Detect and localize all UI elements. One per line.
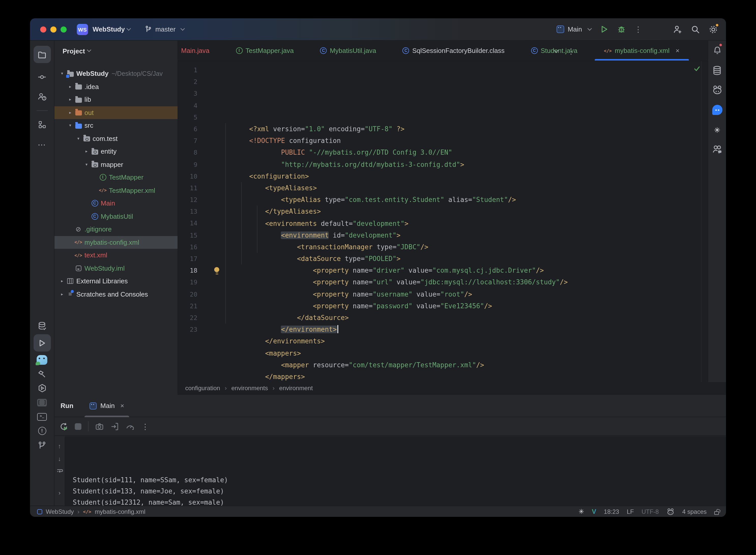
debug-icon[interactable]	[617, 25, 626, 34]
tab-options-kebab-icon[interactable]: ⋮	[567, 47, 575, 55]
run-tab-main[interactable]: Main ×	[85, 394, 129, 417]
code-line[interactable]: 7 <typeAlias type="com.test.entity.Stude…	[178, 135, 708, 146]
tree-chevron-icon[interactable]: ▸	[83, 149, 90, 154]
status-file[interactable]: mybatis-config.xml	[95, 508, 145, 515]
editor-tab[interactable]: SqlSessionFactoryBuilder.class	[392, 41, 521, 60]
line-number[interactable]: 10	[178, 170, 197, 182]
code-line[interactable]: 19 </environments>	[178, 276, 708, 288]
tree-row[interactable]: Main	[54, 197, 177, 210]
terminal-icon[interactable]: >_	[37, 411, 47, 423]
code-line[interactable]: 3 PUBLIC "-//mybatis.org//DTD Config 3.0…	[178, 88, 708, 99]
line-number[interactable]: 18	[178, 264, 197, 276]
search-icon[interactable]	[691, 25, 700, 34]
expand-icon[interactable]: ›	[58, 489, 60, 497]
inspections-ok-check-icon[interactable]	[694, 65, 701, 72]
tree-row[interactable]: ▾ com.test	[54, 132, 177, 145]
settings-gear-icon[interactable]	[709, 25, 718, 34]
tree-row[interactable]: ▸ out	[54, 106, 177, 119]
add-user-icon[interactable]	[673, 25, 682, 34]
version-control-icon[interactable]	[38, 439, 46, 451]
line-number[interactable]: 9	[178, 159, 197, 170]
collaboration-icon[interactable]	[712, 143, 722, 156]
gopher-plugin-icon[interactable]	[37, 353, 47, 366]
tree-row[interactable]: TestMapper.xml	[54, 184, 177, 197]
tree-chevron-icon[interactable]: ▸	[58, 279, 66, 284]
project-panel-header[interactable]: Project	[54, 41, 177, 61]
status-breadcrumb[interactable]: WebStudy › </> mybatis-config.xml	[37, 508, 145, 515]
line-ending[interactable]: LF	[627, 508, 634, 515]
openai-icon[interactable]: ✳	[579, 508, 584, 515]
tree-row[interactable]: ▸ .idea	[54, 80, 177, 93]
line-number[interactable]: 11	[178, 182, 197, 194]
tree-chevron-icon[interactable]: ▾	[83, 162, 90, 167]
more-icon[interactable]: ⋯	[38, 138, 46, 151]
line-number[interactable]: 1	[178, 64, 197, 76]
line-number[interactable]: 6	[178, 123, 197, 135]
profiler-icon[interactable]	[126, 422, 135, 431]
line-number[interactable]: 3	[178, 88, 197, 99]
line-number[interactable]: 2	[178, 76, 197, 87]
tree-chevron-icon[interactable]: ▸	[58, 292, 66, 297]
code-line[interactable]: 9 <environments default="development">	[178, 159, 708, 170]
tree-row[interactable]: MybatisUtil	[54, 210, 177, 223]
tree-chevron-icon[interactable]: ▾	[67, 123, 74, 128]
code-editor[interactable]: 1 <?xml version="1.0" encoding="UTF-8" ?…	[178, 61, 708, 382]
app-logo[interactable]: WS	[77, 24, 88, 35]
stop-icon[interactable]	[75, 423, 81, 430]
line-number[interactable]: 15	[178, 229, 197, 241]
code-line[interactable]: 4 "http://mybatis.org/dtd/mybatis-3-conf…	[178, 99, 708, 111]
code-line[interactable]: 23 </configuration>	[178, 324, 708, 335]
line-number[interactable]: 13	[178, 206, 197, 217]
tree-row[interactable]: ▸ External Libraries	[54, 275, 177, 288]
project-selector[interactable]: WebStudy	[93, 26, 130, 33]
database-check-icon[interactable]	[37, 320, 47, 332]
code-line[interactable]: 6 <typeAliases>	[178, 123, 708, 135]
tree-chevron-icon[interactable]: ▸	[67, 84, 74, 89]
more-kebab-icon[interactable]: ⋮	[141, 423, 149, 430]
hidden-tabs-chevron-icon[interactable]	[554, 48, 559, 53]
branch-selector[interactable]: master	[145, 26, 184, 33]
line-number[interactable]: 4	[178, 99, 197, 111]
line-number[interactable]: 19	[178, 276, 197, 288]
run-tool-button[interactable]	[33, 334, 51, 351]
build-hammer-icon[interactable]	[38, 368, 46, 380]
zoom-window-icon[interactable]	[60, 26, 67, 32]
line-number[interactable]: 21	[178, 300, 197, 312]
tree-chevron-icon[interactable]: ▸	[67, 111, 74, 115]
line-number[interactable]: 22	[178, 312, 197, 324]
breadcrumb-item[interactable]: environment	[268, 385, 313, 392]
close-window-icon[interactable]	[40, 26, 46, 32]
code-line[interactable]: 18 </environment>	[178, 264, 708, 276]
notifications-bell-icon[interactable]	[713, 44, 722, 56]
editor-tab[interactable]: Main.java	[178, 41, 226, 60]
caret-position[interactable]: 18:23	[604, 508, 619, 515]
file-encoding[interactable]: UTF-8	[641, 508, 659, 515]
tree-chevron-icon[interactable]: ▸	[67, 97, 74, 102]
close-tab-icon[interactable]: ×	[676, 47, 679, 54]
line-number[interactable]: 14	[178, 217, 197, 229]
learn-icon[interactable]: ?	[37, 91, 47, 103]
line-number[interactable]: 5	[178, 112, 197, 123]
code-line[interactable]: 21 <mapper resource="com/test/mapper/Tes…	[178, 300, 708, 312]
import-test-results-icon[interactable]	[111, 422, 119, 431]
breadcrumb-item[interactable]: environments	[220, 385, 268, 392]
code-line[interactable]: 11 <transactionManager type="JDBC"/>	[178, 182, 708, 194]
database-icon[interactable]	[712, 64, 722, 76]
line-number[interactable]: 23	[178, 324, 197, 335]
tree-row[interactable]: ▾ WebStudy ~/Desktop/CS/Jav	[54, 67, 177, 80]
minimize-window-icon[interactable]	[50, 26, 56, 32]
unlock-icon[interactable]	[714, 511, 719, 515]
scroll-down-icon[interactable]: ↓	[58, 455, 61, 462]
run-config-selector[interactable]: Main	[556, 26, 591, 33]
tree-chevron-icon[interactable]: ▾	[58, 72, 66, 76]
line-number[interactable]: 7	[178, 135, 197, 146]
services-icon[interactable]	[37, 382, 47, 394]
tree-row[interactable]: WebStudy.iml	[54, 262, 177, 275]
line-number[interactable]: 12	[178, 194, 197, 206]
camera-icon[interactable]	[95, 422, 104, 431]
play-icon[interactable]	[600, 25, 608, 34]
code-line[interactable]: 1 <?xml version="1.0" encoding="UTF-8" ?…	[178, 64, 708, 76]
project-tool-button[interactable]	[33, 46, 51, 63]
tree-row[interactable]: ▸ lib	[54, 93, 177, 106]
tree-row[interactable]: .gitignore	[54, 223, 177, 236]
